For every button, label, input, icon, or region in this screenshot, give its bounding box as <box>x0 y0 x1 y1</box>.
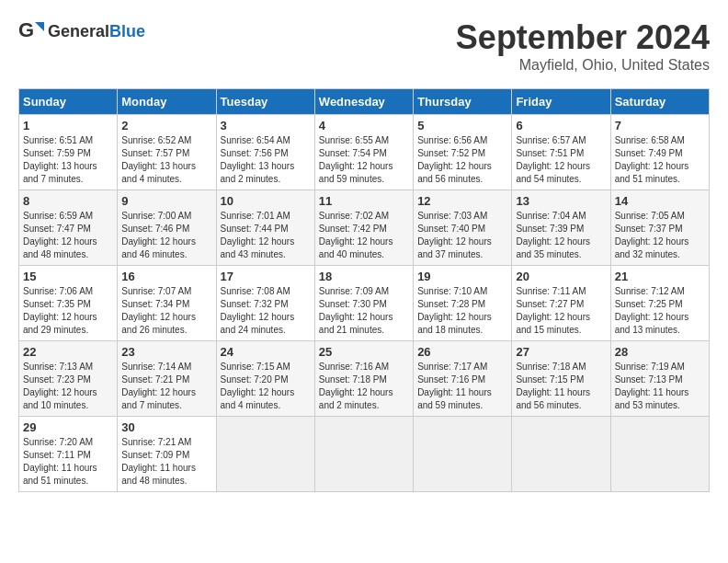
day-number: 4 <box>319 119 409 132</box>
calendar-cell: 24Sunrise: 7:15 AMSunset: 7:20 PMDayligh… <box>216 341 314 417</box>
day-detail: Sunrise: 6:51 AMSunset: 7:59 PMDaylight:… <box>23 134 113 186</box>
column-header-saturday: Saturday <box>610 89 709 115</box>
day-number: 6 <box>516 119 606 132</box>
day-number: 17 <box>221 270 311 283</box>
calendar-cell: 19Sunrise: 7:10 AMSunset: 7:28 PMDayligh… <box>414 266 512 341</box>
day-number: 13 <box>516 194 606 208</box>
calendar-cell: 20Sunrise: 7:11 AMSunset: 7:27 PMDayligh… <box>512 266 610 341</box>
day-number: 22 <box>23 345 113 359</box>
page-subtitle: Mayfield, Ohio, United States <box>456 57 710 74</box>
day-detail: Sunrise: 7:12 AMSunset: 7:25 PMDaylight:… <box>615 285 705 337</box>
calendar-cell: 26Sunrise: 7:17 AMSunset: 7:16 PMDayligh… <box>414 341 512 417</box>
column-header-tuesday: Tuesday <box>216 89 314 115</box>
logo-general-text: General <box>48 22 109 40</box>
calendar-cell: 28Sunrise: 7:19 AMSunset: 7:13 PMDayligh… <box>610 341 709 417</box>
day-number: 7 <box>615 119 705 132</box>
day-detail: Sunrise: 7:16 AMSunset: 7:18 PMDaylight:… <box>319 361 409 412</box>
column-header-thursday: Thursday <box>414 89 512 115</box>
column-header-wednesday: Wednesday <box>314 89 413 115</box>
day-number: 26 <box>417 345 507 359</box>
calendar-cell: 3Sunrise: 6:54 AMSunset: 7:56 PMDaylight… <box>216 115 314 190</box>
day-number: 25 <box>319 345 409 359</box>
day-number: 18 <box>319 270 409 283</box>
day-detail: Sunrise: 7:18 AMSunset: 7:15 PMDaylight:… <box>516 361 606 412</box>
day-number: 10 <box>221 194 311 208</box>
day-detail: Sunrise: 7:08 AMSunset: 7:32 PMDaylight:… <box>221 285 311 337</box>
day-detail: Sunrise: 7:05 AMSunset: 7:37 PMDaylight:… <box>615 210 705 261</box>
calendar-cell: 2Sunrise: 6:52 AMSunset: 7:57 PMDaylight… <box>118 115 216 190</box>
day-number: 1 <box>23 119 113 132</box>
day-number: 8 <box>23 194 113 208</box>
calendar-cell: 30Sunrise: 7:21 AMSunset: 7:09 PMDayligh… <box>118 417 216 492</box>
day-number: 20 <box>516 270 606 283</box>
day-detail: Sunrise: 7:21 AMSunset: 7:09 PMDaylight:… <box>121 436 211 488</box>
day-number: 3 <box>221 119 311 132</box>
calendar-cell: 8Sunrise: 6:59 AMSunset: 7:47 PMDaylight… <box>19 190 118 266</box>
calendar-cell: 9Sunrise: 7:00 AMSunset: 7:46 PMDaylight… <box>118 190 216 266</box>
day-detail: Sunrise: 6:59 AMSunset: 7:47 PMDaylight:… <box>23 210 113 261</box>
day-detail: Sunrise: 7:15 AMSunset: 7:20 PMDaylight:… <box>221 361 311 412</box>
day-number: 19 <box>417 270 507 283</box>
calendar-cell: 7Sunrise: 6:58 AMSunset: 7:49 PMDaylight… <box>610 115 709 190</box>
day-detail: Sunrise: 7:02 AMSunset: 7:42 PMDaylight:… <box>319 210 409 261</box>
day-detail: Sunrise: 7:07 AMSunset: 7:34 PMDaylight:… <box>121 285 211 337</box>
calendar-cell: 11Sunrise: 7:02 AMSunset: 7:42 PMDayligh… <box>314 190 413 266</box>
calendar-cell: 6Sunrise: 6:57 AMSunset: 7:51 PMDaylight… <box>512 115 610 190</box>
svg-text:G: G <box>18 18 34 41</box>
day-detail: Sunrise: 6:58 AMSunset: 7:49 PMDaylight:… <box>615 134 705 186</box>
logo: G GeneralBlue <box>18 18 145 44</box>
calendar-cell: 22Sunrise: 7:13 AMSunset: 7:23 PMDayligh… <box>19 341 118 417</box>
calendar-cell: 13Sunrise: 7:04 AMSunset: 7:39 PMDayligh… <box>512 190 610 266</box>
calendar-cell <box>314 417 413 492</box>
day-detail: Sunrise: 7:03 AMSunset: 7:40 PMDaylight:… <box>417 210 507 261</box>
calendar-cell: 10Sunrise: 7:01 AMSunset: 7:44 PMDayligh… <box>216 190 314 266</box>
calendar-cell: 1Sunrise: 6:51 AMSunset: 7:59 PMDaylight… <box>19 115 118 190</box>
svg-marker-1 <box>35 22 44 31</box>
calendar-table: SundayMondayTuesdayWednesdayThursdayFrid… <box>18 88 710 492</box>
title-area: September 2024 Mayfield, Ohio, United St… <box>456 18 710 74</box>
day-detail: Sunrise: 6:54 AMSunset: 7:56 PMDaylight:… <box>221 134 311 186</box>
day-detail: Sunrise: 7:04 AMSunset: 7:39 PMDaylight:… <box>516 210 606 261</box>
logo-icon: G <box>18 18 44 44</box>
calendar-cell: 25Sunrise: 7:16 AMSunset: 7:18 PMDayligh… <box>314 341 413 417</box>
day-number: 12 <box>417 194 507 208</box>
calendar-cell <box>512 417 610 492</box>
calendar-row-2: 15Sunrise: 7:06 AMSunset: 7:35 PMDayligh… <box>19 266 710 341</box>
day-number: 9 <box>121 194 211 208</box>
column-header-friday: Friday <box>512 89 610 115</box>
day-number: 21 <box>615 270 705 283</box>
calendar-cell: 5Sunrise: 6:56 AMSunset: 7:52 PMDaylight… <box>414 115 512 190</box>
calendar-cell <box>216 417 314 492</box>
calendar-cell: 12Sunrise: 7:03 AMSunset: 7:40 PMDayligh… <box>414 190 512 266</box>
day-detail: Sunrise: 6:52 AMSunset: 7:57 PMDaylight:… <box>121 134 211 186</box>
calendar-row-3: 22Sunrise: 7:13 AMSunset: 7:23 PMDayligh… <box>19 341 710 417</box>
page-title: September 2024 <box>456 18 710 57</box>
calendar-cell: 16Sunrise: 7:07 AMSunset: 7:34 PMDayligh… <box>118 266 216 341</box>
day-number: 16 <box>121 270 211 283</box>
logo-blue-text: Blue <box>109 22 145 40</box>
day-number: 15 <box>23 270 113 283</box>
day-detail: Sunrise: 7:00 AMSunset: 7:46 PMDaylight:… <box>121 210 211 261</box>
day-detail: Sunrise: 7:01 AMSunset: 7:44 PMDaylight:… <box>221 210 311 261</box>
calendar-cell: 4Sunrise: 6:55 AMSunset: 7:54 PMDaylight… <box>314 115 413 190</box>
calendar-cell: 23Sunrise: 7:14 AMSunset: 7:21 PMDayligh… <box>118 341 216 417</box>
calendar-cell: 15Sunrise: 7:06 AMSunset: 7:35 PMDayligh… <box>19 266 118 341</box>
day-number: 2 <box>121 119 211 132</box>
day-number: 5 <box>417 119 507 132</box>
day-number: 30 <box>121 420 211 434</box>
day-number: 28 <box>615 345 705 359</box>
calendar-cell: 29Sunrise: 7:20 AMSunset: 7:11 PMDayligh… <box>19 417 118 492</box>
calendar-cell: 27Sunrise: 7:18 AMSunset: 7:15 PMDayligh… <box>512 341 610 417</box>
calendar-cell: 14Sunrise: 7:05 AMSunset: 7:37 PMDayligh… <box>610 190 709 266</box>
day-detail: Sunrise: 7:14 AMSunset: 7:21 PMDaylight:… <box>121 361 211 412</box>
day-detail: Sunrise: 7:10 AMSunset: 7:28 PMDaylight:… <box>417 285 507 337</box>
day-detail: Sunrise: 7:13 AMSunset: 7:23 PMDaylight:… <box>23 361 113 412</box>
day-detail: Sunrise: 7:11 AMSunset: 7:27 PMDaylight:… <box>516 285 606 337</box>
page-header: G GeneralBlue September 2024 Mayfield, O… <box>18 18 710 74</box>
calendar-header-row: SundayMondayTuesdayWednesdayThursdayFrid… <box>19 89 710 115</box>
day-detail: Sunrise: 6:56 AMSunset: 7:52 PMDaylight:… <box>417 134 507 186</box>
calendar-row-4: 29Sunrise: 7:20 AMSunset: 7:11 PMDayligh… <box>19 417 710 492</box>
day-detail: Sunrise: 7:19 AMSunset: 7:13 PMDaylight:… <box>615 361 705 412</box>
day-number: 24 <box>221 345 311 359</box>
day-number: 11 <box>319 194 409 208</box>
